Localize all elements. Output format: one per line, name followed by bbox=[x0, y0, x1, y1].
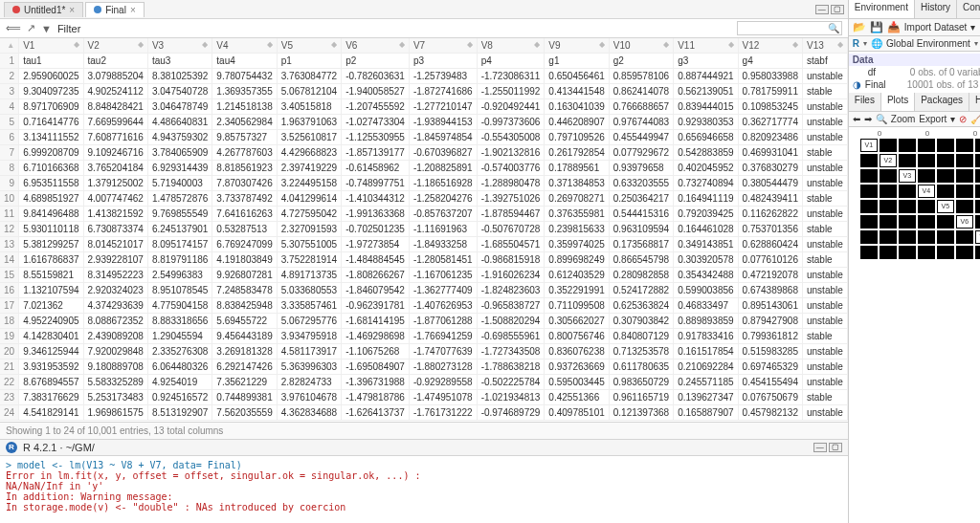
cell[interactable]: -1.277210147 bbox=[409, 99, 477, 115]
cell[interactable]: 0.53287513 bbox=[212, 222, 277, 237]
cell[interactable]: 4.041299614 bbox=[277, 191, 341, 207]
cell[interactable]: 0.46833497 bbox=[674, 298, 738, 314]
cell[interactable]: unstable bbox=[802, 237, 847, 252]
cell[interactable]: 3.752281914 bbox=[277, 252, 341, 268]
cell[interactable]: -0.574003776 bbox=[477, 161, 545, 176]
column-header[interactable]: V5 ◆ bbox=[277, 38, 341, 54]
cell[interactable]: 0.859578106 bbox=[609, 69, 673, 84]
table-row[interactable]: 158.551598218.3149522232.549963839.92680… bbox=[0, 268, 847, 283]
cell[interactable]: 0.409785101 bbox=[545, 405, 609, 421]
column-header[interactable]: V10 ◆ bbox=[609, 38, 673, 54]
cell[interactable]: 0.077610126 bbox=[738, 252, 802, 268]
cell[interactable]: 1.969861575 bbox=[83, 405, 147, 421]
clear-plots-icon[interactable]: 🧹 bbox=[970, 114, 980, 124]
cell[interactable]: unstable bbox=[802, 176, 847, 191]
cell[interactable]: 8.819791186 bbox=[147, 252, 212, 268]
column-header[interactable]: V4 ◆ bbox=[212, 38, 277, 54]
cell[interactable]: 5.253173483 bbox=[83, 390, 147, 405]
cell[interactable]: 3.931953592 bbox=[19, 360, 83, 375]
cell[interactable]: 5.69455722 bbox=[212, 314, 277, 329]
cell[interactable]: 4.775904158 bbox=[147, 298, 212, 314]
load-icon[interactable]: 📂 bbox=[853, 21, 866, 33]
cell[interactable]: 2.327091593 bbox=[277, 222, 341, 237]
cell[interactable]: 0.628860424 bbox=[738, 237, 802, 252]
cell[interactable]: 9.85757327 bbox=[212, 130, 277, 145]
cell[interactable]: g3 bbox=[674, 54, 738, 69]
maximize-pane-icon[interactable]: ▢ bbox=[831, 5, 844, 14]
cell[interactable]: 4.007747462 bbox=[83, 191, 147, 207]
table-row[interactable]: 76.9992087099.1092467163.7840659094.2677… bbox=[0, 145, 847, 161]
table-row[interactable]: 119.8414964881.4138215929.7698555497.641… bbox=[0, 207, 847, 222]
export-button[interactable]: Export bbox=[919, 114, 947, 124]
cell[interactable]: 3.269181328 bbox=[212, 344, 277, 360]
zoom-icon[interactable]: 🔍 bbox=[876, 114, 887, 124]
cell[interactable]: 4.267787603 bbox=[212, 145, 277, 161]
cell[interactable]: -1.410344312 bbox=[342, 191, 410, 207]
cell[interactable]: 0.753701356 bbox=[738, 222, 802, 237]
cell[interactable]: unstable bbox=[802, 344, 847, 360]
cell[interactable]: -1.97273854 bbox=[342, 237, 410, 252]
column-header[interactable]: V9 ◆ bbox=[545, 38, 609, 54]
cell[interactable]: -1.479818786 bbox=[342, 390, 410, 405]
cell[interactable]: 4.943759302 bbox=[147, 130, 212, 145]
column-header[interactable]: V11 ◆ bbox=[674, 38, 738, 54]
cell[interactable]: 0.173568817 bbox=[609, 237, 673, 252]
cell[interactable]: 1.379125002 bbox=[83, 176, 147, 191]
cell[interactable]: -0.702501235 bbox=[342, 222, 410, 237]
back-icon[interactable]: ⟸ bbox=[6, 22, 21, 34]
cell[interactable]: -1.207455592 bbox=[342, 99, 410, 115]
minimize-console-icon[interactable]: — bbox=[813, 443, 827, 452]
table-row[interactable]: 22.9590600253.0798852048.3810253929.7807… bbox=[0, 69, 847, 84]
cell[interactable]: 6.929314439 bbox=[147, 161, 212, 176]
cell[interactable]: 0.562139051 bbox=[674, 84, 738, 99]
cell[interactable]: stable bbox=[802, 390, 847, 405]
cell[interactable]: 2.959060025 bbox=[19, 69, 83, 84]
cell[interactable]: 0.42551366 bbox=[545, 390, 609, 405]
cell[interactable]: unstable bbox=[802, 375, 847, 390]
cell[interactable]: 0.899698249 bbox=[545, 252, 609, 268]
cell[interactable]: 0.887444921 bbox=[674, 69, 738, 84]
cell[interactable]: 0.457982132 bbox=[738, 405, 802, 421]
cell[interactable]: -1.846079542 bbox=[342, 283, 410, 298]
cell[interactable]: 4.362834688 bbox=[277, 405, 341, 421]
filter-icon[interactable]: ▼ bbox=[41, 23, 52, 34]
cell[interactable]: 0.924516572 bbox=[147, 390, 212, 405]
cell[interactable]: 4.902524112 bbox=[83, 84, 147, 99]
cell[interactable]: -0.997373606 bbox=[477, 115, 545, 130]
cell[interactable]: 0.797109526 bbox=[545, 130, 609, 145]
cell[interactable]: 0.542883859 bbox=[674, 145, 738, 161]
cell[interactable]: 1.369357355 bbox=[212, 84, 277, 99]
cell[interactable]: 4.689851927 bbox=[19, 191, 83, 207]
cell[interactable]: 0.929380353 bbox=[674, 115, 738, 130]
cell[interactable]: -1.991363368 bbox=[342, 207, 410, 222]
cell[interactable]: 4.952240905 bbox=[19, 314, 83, 329]
cell[interactable]: 8.55159821 bbox=[19, 268, 83, 283]
cell[interactable]: 3.525610817 bbox=[277, 130, 341, 145]
table-row[interactable]: 244.5418291411.9698615758.5131929077.562… bbox=[0, 405, 847, 421]
cell[interactable]: -1.167061235 bbox=[409, 268, 477, 283]
zoom-button[interactable]: Zoom bbox=[891, 114, 916, 124]
cell[interactable]: 0.307903842 bbox=[609, 314, 673, 329]
cell[interactable]: 7.383176629 bbox=[19, 390, 83, 405]
cell[interactable]: -1.469298698 bbox=[342, 329, 410, 344]
cell[interactable]: 9.841496488 bbox=[19, 207, 83, 222]
cell[interactable]: 0.250364217 bbox=[609, 191, 673, 207]
cell[interactable]: 1.214518138 bbox=[212, 99, 277, 115]
cell[interactable]: 4.142830401 bbox=[19, 329, 83, 344]
cell[interactable]: 8.971706909 bbox=[19, 99, 83, 115]
cell[interactable]: 5.067812104 bbox=[277, 84, 341, 99]
table-row[interactable]: 228.6768945575.5833252894.92540197.35621… bbox=[0, 375, 847, 390]
cell[interactable]: 6.064480326 bbox=[147, 360, 212, 375]
prev-plot-icon[interactable]: ⬅ bbox=[853, 114, 860, 124]
table-row[interactable]: 50.7164147767.6695996444.4866408312.3405… bbox=[0, 115, 847, 130]
cell[interactable]: 0.413441548 bbox=[545, 84, 609, 99]
cell[interactable]: 0.595003445 bbox=[545, 375, 609, 390]
cell[interactable]: tau4 bbox=[212, 54, 277, 69]
plots-tab[interactable]: Files bbox=[849, 93, 881, 111]
cell[interactable]: 0.455449947 bbox=[609, 130, 673, 145]
cell[interactable]: 0.840807129 bbox=[609, 329, 673, 344]
cell[interactable]: unstable bbox=[802, 161, 847, 176]
cell[interactable]: 3.40515818 bbox=[277, 99, 341, 115]
cell[interactable]: 0.792039425 bbox=[674, 207, 738, 222]
cell[interactable]: 4.581173917 bbox=[277, 344, 341, 360]
